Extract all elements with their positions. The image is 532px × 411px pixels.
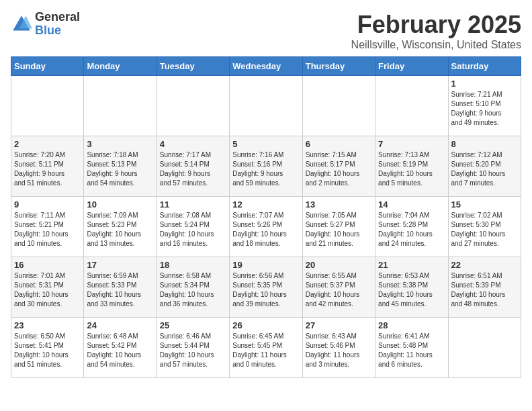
calendar-cell: 9Sunrise: 7:11 AM Sunset: 5:21 PM Daylig… bbox=[11, 197, 84, 257]
calendar-cell bbox=[11, 76, 84, 136]
calendar-cell bbox=[230, 76, 302, 136]
day-number: 25 bbox=[160, 320, 226, 330]
day-number: 10 bbox=[87, 199, 153, 210]
calendar-cell: 1Sunrise: 7:21 AM Sunset: 5:10 PM Daylig… bbox=[448, 76, 521, 136]
day-number: 19 bbox=[232, 260, 299, 270]
calendar-cell: 2Sunrise: 7:20 AM Sunset: 5:11 PM Daylig… bbox=[11, 136, 84, 197]
day-info: Sunrise: 7:07 AM Sunset: 5:26 PM Dayligh… bbox=[232, 211, 299, 248]
weekday-header-wednesday: Wednesday bbox=[230, 57, 302, 76]
weekday-header-monday: Monday bbox=[84, 57, 157, 76]
calendar-table: SundayMondayTuesdayWednesdayThursdayFrid… bbox=[11, 56, 521, 378]
location-title: Neillsville, Wisconsin, United States bbox=[351, 39, 521, 51]
calendar-cell: 17Sunrise: 6:59 AM Sunset: 5:33 PM Dayli… bbox=[84, 257, 157, 318]
weekday-header-saturday: Saturday bbox=[448, 57, 521, 76]
day-number: 21 bbox=[378, 260, 445, 270]
calendar-cell: 18Sunrise: 6:58 AM Sunset: 5:34 PM Dayli… bbox=[157, 257, 229, 318]
calendar-cell bbox=[84, 76, 157, 136]
day-number: 7 bbox=[378, 139, 445, 149]
calendar-cell bbox=[157, 76, 229, 136]
calendar-cell bbox=[375, 76, 448, 136]
week-row-4: 16Sunrise: 7:01 AM Sunset: 5:31 PM Dayli… bbox=[11, 257, 521, 318]
calendar-cell: 11Sunrise: 7:08 AM Sunset: 5:24 PM Dayli… bbox=[157, 197, 229, 257]
calendar-cell: 16Sunrise: 7:01 AM Sunset: 5:31 PM Dayli… bbox=[11, 257, 84, 318]
week-row-3: 9Sunrise: 7:11 AM Sunset: 5:21 PM Daylig… bbox=[11, 197, 521, 257]
weekday-header-row: SundayMondayTuesdayWednesdayThursdayFrid… bbox=[11, 57, 521, 76]
day-number: 2 bbox=[14, 139, 81, 149]
calendar-cell: 7Sunrise: 7:13 AM Sunset: 5:19 PM Daylig… bbox=[375, 136, 448, 197]
day-info: Sunrise: 7:18 AM Sunset: 5:13 PM Dayligh… bbox=[87, 150, 153, 188]
day-info: Sunrise: 6:56 AM Sunset: 5:35 PM Dayligh… bbox=[232, 271, 299, 309]
calendar-cell: 25Sunrise: 6:46 AM Sunset: 5:44 PM Dayli… bbox=[157, 318, 229, 378]
month-title: February 2025 bbox=[351, 11, 521, 39]
calendar-cell: 21Sunrise: 6:53 AM Sunset: 5:38 PM Dayli… bbox=[375, 257, 448, 318]
day-number: 1 bbox=[451, 79, 518, 89]
calendar-cell: 6Sunrise: 7:15 AM Sunset: 5:17 PM Daylig… bbox=[302, 136, 375, 197]
calendar-cell: 24Sunrise: 6:48 AM Sunset: 5:42 PM Dayli… bbox=[84, 318, 157, 378]
day-number: 15 bbox=[451, 199, 518, 210]
day-number: 8 bbox=[451, 139, 518, 149]
calendar-cell: 8Sunrise: 7:12 AM Sunset: 5:20 PM Daylig… bbox=[448, 136, 521, 197]
day-number: 5 bbox=[232, 139, 299, 149]
day-info: Sunrise: 7:08 AM Sunset: 5:24 PM Dayligh… bbox=[160, 211, 226, 248]
day-number: 20 bbox=[306, 260, 372, 270]
day-info: Sunrise: 6:41 AM Sunset: 5:48 PM Dayligh… bbox=[378, 332, 445, 369]
day-number: 23 bbox=[14, 320, 81, 330]
calendar-cell: 20Sunrise: 6:55 AM Sunset: 5:37 PM Dayli… bbox=[302, 257, 375, 318]
day-info: Sunrise: 7:09 AM Sunset: 5:23 PM Dayligh… bbox=[87, 211, 153, 248]
day-info: Sunrise: 6:45 AM Sunset: 5:45 PM Dayligh… bbox=[232, 332, 299, 369]
calendar-cell: 22Sunrise: 6:51 AM Sunset: 5:39 PM Dayli… bbox=[448, 257, 521, 318]
weekday-header-sunday: Sunday bbox=[11, 57, 84, 76]
day-info: Sunrise: 7:01 AM Sunset: 5:31 PM Dayligh… bbox=[14, 271, 81, 309]
calendar-cell: 4Sunrise: 7:17 AM Sunset: 5:14 PM Daylig… bbox=[157, 136, 229, 197]
calendar-cell: 3Sunrise: 7:18 AM Sunset: 5:13 PM Daylig… bbox=[84, 136, 157, 197]
day-info: Sunrise: 6:48 AM Sunset: 5:42 PM Dayligh… bbox=[87, 332, 153, 369]
calendar-cell: 19Sunrise: 6:56 AM Sunset: 5:35 PM Dayli… bbox=[230, 257, 302, 318]
calendar-cell: 26Sunrise: 6:45 AM Sunset: 5:45 PM Dayli… bbox=[230, 318, 302, 378]
calendar-cell bbox=[448, 318, 521, 378]
day-info: Sunrise: 7:20 AM Sunset: 5:11 PM Dayligh… bbox=[14, 150, 81, 188]
day-info: Sunrise: 6:53 AM Sunset: 5:38 PM Dayligh… bbox=[378, 271, 445, 309]
day-info: Sunrise: 7:13 AM Sunset: 5:19 PM Dayligh… bbox=[378, 150, 445, 188]
day-number: 18 bbox=[160, 260, 226, 270]
weekday-header-thursday: Thursday bbox=[302, 57, 375, 76]
logo: General Blue bbox=[11, 11, 80, 38]
day-number: 16 bbox=[14, 260, 81, 270]
day-info: Sunrise: 6:59 AM Sunset: 5:33 PM Dayligh… bbox=[87, 271, 153, 309]
day-number: 22 bbox=[451, 260, 518, 270]
day-number: 11 bbox=[160, 199, 226, 210]
day-number: 4 bbox=[160, 139, 226, 149]
day-info: Sunrise: 7:17 AM Sunset: 5:14 PM Dayligh… bbox=[160, 150, 226, 188]
day-number: 24 bbox=[87, 320, 153, 330]
week-row-1: 1Sunrise: 7:21 AM Sunset: 5:10 PM Daylig… bbox=[11, 76, 521, 136]
calendar-cell: 12Sunrise: 7:07 AM Sunset: 5:26 PM Dayli… bbox=[230, 197, 302, 257]
logo-icon bbox=[11, 13, 32, 35]
calendar-cell: 15Sunrise: 7:02 AM Sunset: 5:30 PM Dayli… bbox=[448, 197, 521, 257]
day-number: 27 bbox=[306, 320, 372, 330]
logo-general: General bbox=[35, 11, 80, 24]
day-info: Sunrise: 6:43 AM Sunset: 5:46 PM Dayligh… bbox=[306, 332, 372, 369]
day-number: 28 bbox=[378, 320, 445, 330]
calendar-cell: 28Sunrise: 6:41 AM Sunset: 5:48 PM Dayli… bbox=[375, 318, 448, 378]
day-info: Sunrise: 7:04 AM Sunset: 5:28 PM Dayligh… bbox=[378, 211, 445, 248]
weekday-header-tuesday: Tuesday bbox=[157, 57, 229, 76]
day-number: 12 bbox=[232, 199, 299, 210]
day-info: Sunrise: 7:12 AM Sunset: 5:20 PM Dayligh… bbox=[451, 150, 518, 188]
day-number: 3 bbox=[87, 139, 153, 149]
calendar-cell: 5Sunrise: 7:16 AM Sunset: 5:16 PM Daylig… bbox=[230, 136, 302, 197]
day-info: Sunrise: 6:58 AM Sunset: 5:34 PM Dayligh… bbox=[160, 271, 226, 309]
day-info: Sunrise: 7:05 AM Sunset: 5:27 PM Dayligh… bbox=[306, 211, 372, 248]
logo-text: General Blue bbox=[35, 11, 80, 38]
calendar-cell: 27Sunrise: 6:43 AM Sunset: 5:46 PM Dayli… bbox=[302, 318, 375, 378]
day-number: 6 bbox=[306, 139, 372, 149]
calendar-cell: 10Sunrise: 7:09 AM Sunset: 5:23 PM Dayli… bbox=[84, 197, 157, 257]
week-row-2: 2Sunrise: 7:20 AM Sunset: 5:11 PM Daylig… bbox=[11, 136, 521, 197]
day-info: Sunrise: 7:02 AM Sunset: 5:30 PM Dayligh… bbox=[451, 211, 518, 248]
day-info: Sunrise: 6:50 AM Sunset: 5:41 PM Dayligh… bbox=[14, 332, 81, 369]
day-info: Sunrise: 7:16 AM Sunset: 5:16 PM Dayligh… bbox=[232, 150, 299, 188]
logo-blue: Blue bbox=[35, 24, 80, 38]
weekday-header-friday: Friday bbox=[375, 57, 448, 76]
calendar-cell: 14Sunrise: 7:04 AM Sunset: 5:28 PM Dayli… bbox=[375, 197, 448, 257]
day-info: Sunrise: 7:15 AM Sunset: 5:17 PM Dayligh… bbox=[306, 150, 372, 188]
day-info: Sunrise: 6:51 AM Sunset: 5:39 PM Dayligh… bbox=[451, 271, 518, 309]
day-number: 13 bbox=[306, 199, 372, 210]
